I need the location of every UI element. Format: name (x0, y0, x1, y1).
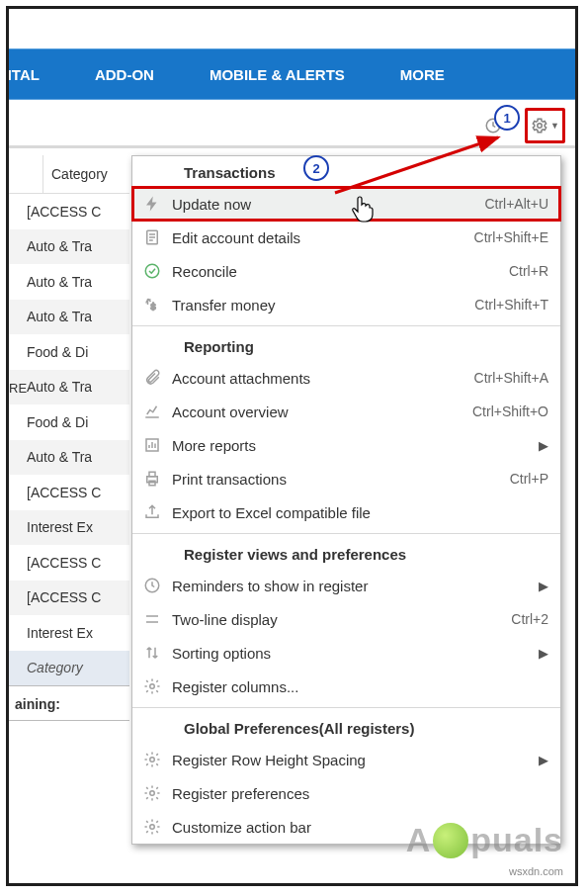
menu-item-reminders[interactable]: Reminders to show in register ▶ (132, 569, 560, 602)
main-menubar: NTAL ADD-ON MOBILE & ALERTS MORE (9, 48, 575, 100)
menu-shortcut: Ctrl+Shift+A (466, 370, 548, 386)
menu-item-transfer[interactable]: $ Transfer money Ctrl+Shift+T (132, 288, 560, 321)
submenu-arrow-icon: ▶ (531, 438, 548, 453)
transfer-icon: $ (143, 296, 161, 314)
menu-rental[interactable]: NTAL (9, 66, 67, 83)
menu-shortcut: Ctrl+Shift+E (466, 229, 548, 245)
settings-dropdown[interactable]: ▼ (525, 108, 565, 143)
grid-cell[interactable]: Auto & Tra (9, 300, 129, 335)
grid-cell[interactable]: Auto & Tra (9, 370, 129, 405)
settings-menu: Transactions Update now Ctrl+Alt+U Edit … (131, 155, 561, 845)
lines-icon (143, 610, 161, 628)
svg-point-11 (150, 684, 155, 689)
menu-item-print[interactable]: Print transactions Ctrl+P (132, 462, 560, 495)
menu-label: More reports (172, 437, 531, 454)
watermark: A puals (406, 821, 563, 859)
menu-label: Edit account details (172, 229, 466, 246)
menu-label: Register Row Height Spacing (172, 752, 531, 768)
menu-section-views: Register views and preferences (132, 538, 560, 569)
watermark-text: puals (470, 821, 563, 859)
caret-down-icon: ▼ (550, 121, 559, 131)
source-credit: wsxdn.com (509, 865, 563, 877)
menu-shortcut: Ctrl+P (502, 471, 548, 487)
gear-icon (143, 677, 161, 695)
menu-item-row-height[interactable]: Register Row Height Spacing ▶ (132, 743, 560, 776)
menu-label: Transfer money (172, 297, 466, 314)
menu-item-export[interactable]: Export to Excel compatible file (132, 495, 560, 529)
grid-cell[interactable]: [ACCESS C (9, 581, 129, 616)
grid-cell[interactable]: Food & Di (9, 404, 129, 440)
check-circle-icon (143, 262, 161, 280)
lightning-icon (143, 195, 161, 213)
gear-icon (143, 784, 161, 802)
svg-point-14 (150, 825, 155, 830)
menu-item-two-line[interactable]: Two-line display Ctrl+2 (132, 602, 560, 636)
sort-icon (143, 644, 161, 662)
grid-cell[interactable]: Interest Ex (9, 510, 129, 546)
remaining-label: aining: (9, 696, 129, 712)
menu-item-overview[interactable]: Account overview Ctrl+Shift+O (132, 395, 560, 428)
printer-icon (143, 470, 161, 488)
menu-shortcut: Ctrl+Shift+T (466, 297, 548, 313)
re-column-marker: RE (9, 381, 27, 396)
column-header-category[interactable]: Category (43, 166, 108, 182)
menu-label: Export to Excel compatible file (172, 504, 548, 521)
grid-cell[interactable]: Auto & Tra (9, 440, 129, 476)
svg-rect-8 (149, 472, 155, 477)
clock-icon (143, 577, 161, 594)
svg-point-4 (145, 264, 159, 278)
menu-label: Reminders to show in register (172, 578, 531, 594)
menu-section-reporting: Reporting (132, 330, 560, 361)
menu-label: Sorting options (172, 645, 531, 662)
menu-item-columns[interactable]: Register columns... (132, 670, 560, 703)
annotation-callout-2: 2 (303, 155, 329, 181)
watermark-text: A (406, 821, 432, 859)
document-icon (143, 228, 161, 246)
annotation-arrow (315, 128, 513, 207)
gear-icon (531, 117, 548, 134)
annotation-callout-1: 1 (494, 105, 520, 131)
svg-point-12 (150, 758, 155, 762)
menu-item-register-prefs[interactable]: Register preferences (132, 776, 560, 810)
svg-point-13 (150, 791, 155, 796)
menu-label: Account attachments (172, 370, 466, 387)
menu-label: Two-line display (172, 611, 503, 628)
menu-item-reconcile[interactable]: Reconcile Ctrl+R (132, 254, 560, 288)
menu-addon[interactable]: ADD-ON (67, 66, 182, 83)
register-grid-left: Category [ACCESS C Auto & Tra Auto & Tra… (9, 155, 129, 721)
menu-shortcut: Ctrl+Shift+O (464, 403, 548, 419)
gear-icon (143, 751, 161, 768)
menu-item-attachments[interactable]: Account attachments Ctrl+Shift+A (132, 361, 560, 395)
svg-point-1 (538, 124, 543, 129)
menu-label: Account overview (172, 403, 464, 420)
grid-cell[interactable]: Food & Di (9, 334, 129, 370)
menu-label: Print transactions (172, 471, 502, 488)
grid-new-row[interactable]: Category (9, 651, 129, 686)
grid-cell[interactable]: Auto & Tra (9, 229, 129, 265)
menu-item-more-reports[interactable]: More reports ▶ (132, 428, 560, 462)
grid-cell[interactable]: [ACCESS C (9, 194, 129, 229)
submenu-arrow-icon: ▶ (531, 646, 548, 661)
grid-cell[interactable]: [ACCESS C (9, 475, 129, 510)
menu-item-edit-account[interactable]: Edit account details Ctrl+Shift+E (132, 221, 560, 254)
menu-item-sorting[interactable]: Sorting options ▶ (132, 636, 560, 670)
menu-mobile-alerts[interactable]: MOBILE & ALERTS (182, 66, 373, 83)
menu-shortcut: Ctrl+2 (503, 611, 548, 627)
watermark-logo-icon (433, 823, 468, 858)
menu-label: Reconcile (172, 263, 501, 280)
grid-cell[interactable]: Interest Ex (9, 615, 129, 651)
menu-more[interactable]: MORE (373, 66, 472, 83)
grid-cell[interactable]: [ACCESS C (9, 545, 129, 581)
menu-section-global: Global Preferences(All registers) (132, 712, 560, 743)
submenu-arrow-icon: ▶ (531, 753, 548, 767)
grid-cell[interactable]: Auto & Tra (9, 264, 129, 300)
menu-shortcut: Ctrl+R (501, 263, 548, 279)
gear-icon (143, 818, 161, 836)
svg-text:$: $ (151, 302, 156, 312)
submenu-arrow-icon: ▶ (531, 579, 548, 593)
svg-line-2 (335, 137, 498, 193)
chart-line-icon (143, 403, 161, 420)
report-icon (143, 436, 161, 454)
menu-label: Register preferences (172, 785, 548, 802)
menu-label: Register columns... (172, 678, 548, 695)
